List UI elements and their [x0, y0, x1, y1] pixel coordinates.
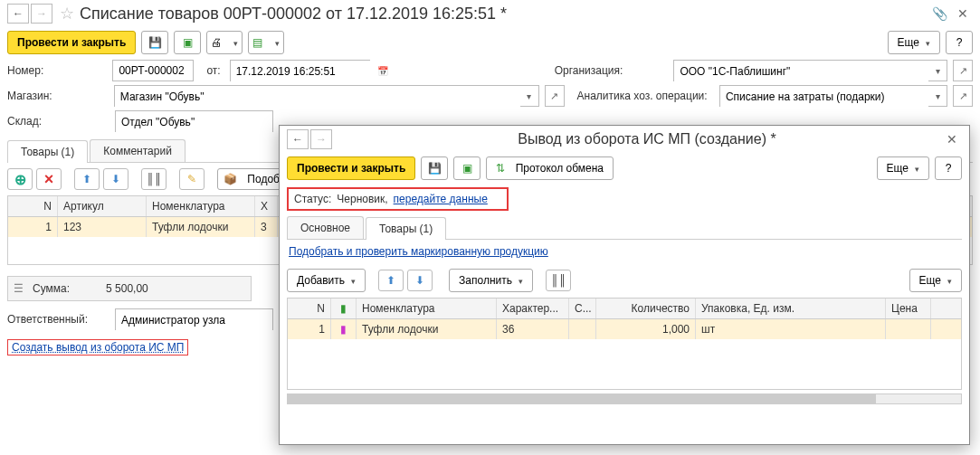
- tab-comment[interactable]: Комментарий: [90, 139, 186, 162]
- mark-icon: ▮: [340, 302, 347, 315]
- analytics-field[interactable]: [720, 86, 928, 108]
- post-button[interactable]: ▣: [174, 31, 201, 54]
- status-value: Черновик,: [337, 193, 387, 205]
- post-and-close-button[interactable]: Провести и закрыть: [7, 31, 136, 54]
- edit-button[interactable]: ✎: [179, 168, 205, 190]
- dropdown-icon[interactable]: ▾: [928, 61, 947, 81]
- date-field[interactable]: [231, 61, 377, 82]
- analytics-label: Аналитика хоз. операции:: [577, 90, 716, 102]
- move-up-button[interactable]: ⬆: [74, 168, 100, 190]
- exchange-icon: ⇅: [496, 162, 505, 175]
- modal-nav-back[interactable]: ←: [287, 129, 309, 149]
- close-icon[interactable]: ✕: [953, 5, 973, 23]
- modal-hscrollbar[interactable]: [287, 393, 962, 404]
- help-button[interactable]: ?: [946, 31, 973, 54]
- post-icon: ▣: [462, 162, 472, 175]
- status-label: Статус:: [294, 193, 331, 205]
- delete-row-button[interactable]: ×: [36, 168, 62, 190]
- pick-marked-link[interactable]: Подобрать и проверить маркированную прод…: [289, 245, 548, 258]
- number-field[interactable]: [112, 60, 194, 81]
- post-icon: ▣: [183, 36, 193, 49]
- warehouse-label: Склад:: [7, 115, 111, 128]
- col-n: N: [8, 196, 58, 216]
- save-button[interactable]: 💾: [141, 31, 168, 54]
- print-button[interactable]: 🖨: [206, 31, 243, 54]
- protocol-button[interactable]: ⇅ Протокол обмена: [486, 156, 614, 180]
- sum-value: 5 500,00: [106, 282, 148, 295]
- mcol-nom: Номенклатура: [357, 299, 497, 318]
- modal-title: Вывод из оборота ИС МП (создание) *: [352, 131, 942, 147]
- warehouse-field[interactable]: [116, 111, 272, 133]
- col-x: Х: [255, 196, 278, 216]
- modal-fill-button[interactable]: Заполнить: [449, 269, 533, 292]
- barcode-icon: ║║: [146, 173, 161, 185]
- modal-post-button[interactable]: ▣: [453, 156, 480, 180]
- col-art: Артикул: [58, 196, 147, 216]
- from-label: от:: [206, 64, 220, 77]
- modal-help-button[interactable]: ?: [935, 156, 962, 180]
- modal-add-button[interactable]: Добавить: [287, 269, 366, 292]
- calendar-icon[interactable]: 📅: [377, 61, 388, 81]
- dropdown-icon[interactable]: ▾: [520, 86, 538, 106]
- status-link[interactable]: передайте данные: [394, 193, 488, 205]
- org-field[interactable]: [674, 61, 928, 82]
- org-open-button[interactable]: ↗: [953, 60, 973, 81]
- modal-post-close-button[interactable]: Провести и закрыть: [287, 156, 415, 180]
- pencil-icon: ✎: [187, 173, 196, 185]
- mcol-qty: Количество: [596, 299, 696, 318]
- nav-forward[interactable]: →: [31, 4, 52, 24]
- mark-row-icon: ▮: [340, 323, 347, 336]
- modal-window: ← → Вывод из оборота ИС МП (создание) * …: [279, 125, 970, 445]
- dropdown-icon[interactable]: ▾: [928, 86, 947, 106]
- report-button[interactable]: ▤: [248, 31, 284, 54]
- attach-icon[interactable]: 📎: [929, 5, 949, 23]
- analytics-open-button[interactable]: ↗: [953, 85, 973, 107]
- mcol-s: С...: [569, 299, 596, 318]
- nav-back[interactable]: ←: [7, 4, 29, 24]
- store-label: Магазин:: [7, 90, 110, 102]
- mcol-pack: Упаковка, Ед. изм.: [696, 299, 886, 318]
- modal-tab-main[interactable]: Основное: [287, 216, 364, 239]
- barcode-icon: ║║: [550, 274, 566, 287]
- modal-close-icon[interactable]: ✕: [942, 130, 962, 148]
- more-button[interactable]: Еще: [888, 31, 940, 54]
- sum-label: Сумма:: [33, 282, 70, 295]
- modal-grid-more-button[interactable]: Еще: [909, 269, 962, 292]
- box-icon: 📦: [224, 173, 237, 185]
- modal-move-up[interactable]: ⬆: [378, 270, 404, 291]
- modal-nav-forward[interactable]: →: [310, 129, 332, 149]
- store-field[interactable]: [115, 86, 520, 108]
- modal-more-button[interactable]: Еще: [877, 156, 929, 180]
- tab-goods[interactable]: Товары (1): [7, 140, 88, 163]
- org-label: Организация:: [555, 64, 643, 77]
- page-title: Списание товаров 00РТ-000002 от 17.12.20…: [80, 5, 507, 24]
- modal-move-down[interactable]: ⬇: [407, 270, 433, 291]
- modal-tab-goods[interactable]: Товары (1): [366, 217, 446, 240]
- add-row-button[interactable]: ⊕: [7, 168, 33, 190]
- save-icon: 💾: [148, 36, 162, 49]
- save-icon: 💾: [428, 162, 442, 175]
- create-withdrawal-link[interactable]: Создать вывод из оборота ИС МП: [12, 341, 184, 354]
- report-icon: ▤: [252, 36, 262, 49]
- resp-field[interactable]: [116, 309, 272, 331]
- mcol-price: Цена: [886, 299, 931, 318]
- modal-table-row[interactable]: 1 ▮ Туфли лодочки 36 1,000 шт: [288, 319, 961, 339]
- move-down-button[interactable]: ⬇: [103, 168, 128, 190]
- barcode-button[interactable]: ║║: [141, 168, 167, 190]
- store-open-button[interactable]: ↗: [545, 85, 565, 107]
- create-link-box: Создать вывод из оборота ИС МП: [7, 339, 188, 355]
- resp-label: Ответственный:: [7, 313, 111, 326]
- number-label: Номер:: [7, 64, 109, 77]
- mcol-char: Характер...: [497, 299, 569, 318]
- modal-barcode-button[interactable]: ║║: [546, 270, 571, 291]
- favorite-icon[interactable]: ☆: [60, 4, 74, 24]
- col-nom: Номенклатура: [147, 196, 255, 216]
- print-icon: 🖨: [211, 36, 222, 49]
- mcol-n: N: [288, 299, 331, 318]
- modal-save-button[interactable]: 💾: [421, 156, 448, 180]
- mcol-ic-head: ▮: [331, 299, 357, 318]
